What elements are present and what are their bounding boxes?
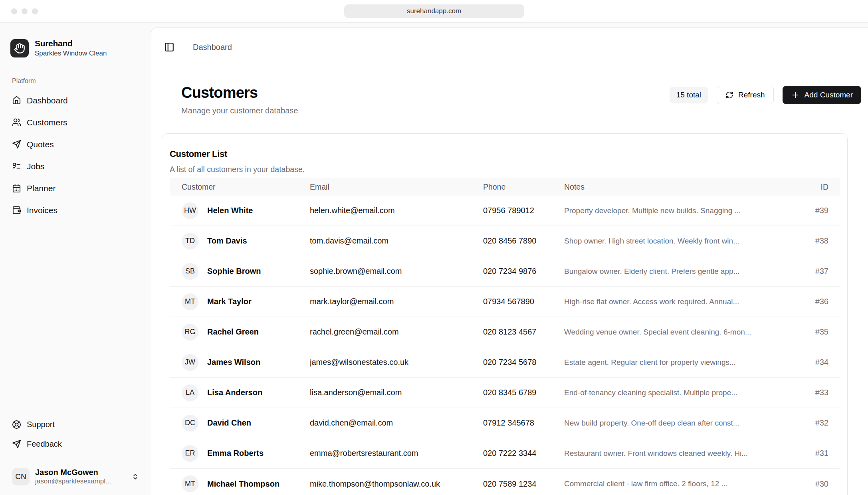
browser-chrome: surehandapp.com [0,0,868,23]
avatar-initials: TD [185,237,195,245]
customer-phone: 020 7589 1234 [483,479,564,489]
avatar-initials: MT [185,480,195,488]
table-row[interactable]: SB Sophie Brown sophie.brown@email.com 0… [170,256,840,287]
column-header-customer: Customer [170,182,310,192]
refresh-icon [725,91,733,99]
customer-notes: Shop owner. High street location. Weekly… [564,237,804,246]
surehand-logo [10,39,29,57]
avatar-initials: ER [185,449,195,457]
customer-cell: DC David Chen [170,415,310,432]
card-title: Customer List [170,149,840,159]
customer-email: sophie.brown@email.com [310,267,483,276]
column-header-phone: Phone [483,182,564,192]
customer-name: Tom Davis [207,236,247,246]
sidebar-item-customers[interactable]: Customers [9,111,142,133]
brand-tagline: Sparkles Window Clean [35,50,107,57]
plus-icon [791,91,800,99]
customer-phone: 020 8123 4567 [483,327,564,337]
sidebar-item-dashboard[interactable]: Dashboard [9,89,142,111]
customer-name: Rachel Green [207,327,259,337]
customer-notes: Commercial client - law firm office. 2 f… [564,479,804,488]
breadcrumb: Dashboard [193,43,232,52]
hand-icon [14,43,25,54]
window-control-dot[interactable] [22,8,28,14]
users-icon [12,118,21,127]
table-row[interactable]: JW James Wilson james@wilsonestates.co.u… [170,347,840,378]
customer-phone: 07956 789012 [483,206,564,215]
customer-email: lisa.anderson@email.com [310,388,483,397]
main-area: Dashboard Customers Manage your customer… [151,23,868,495]
table-row[interactable]: RG Rachel Green rachel.green@email.com 0… [170,317,840,347]
sidebar-section-label: Platform [12,77,142,85]
table-row[interactable]: MT Mark Taylor mark.taylor@email.com 079… [170,287,840,317]
table-row[interactable]: MT Michael Thompson mike.thompson@thomps… [170,469,840,495]
customer-cell: TD Tom Davis [170,233,310,249]
table-row[interactable]: LA Lisa Anderson lisa.anderson@email.com… [170,378,840,408]
customer-id: #34 [804,358,840,367]
sidebar-item-support[interactable]: Support [9,415,142,434]
table-row[interactable]: TD Tom Davis tom.davis@email.com 020 845… [170,226,840,256]
customer-notes: Restaurant owner. Front windows cleaned … [564,449,804,458]
customer-email: helen.white@email.com [310,206,483,215]
url-text: surehandapp.com [407,7,461,15]
table-row[interactable]: DC David Chen david.chen@email.com 07912… [170,408,840,438]
avatar: ER [182,445,198,462]
brand-block[interactable]: Surehand Sparkles Window Clean [9,39,142,57]
table-row[interactable]: ER Emma Roberts emma@robertsrestaurant.c… [170,438,840,469]
sidebar: Surehand Sparkles Window Clean Platform … [0,23,151,495]
sidebar-item-invoices[interactable]: Invoices [9,199,142,221]
customer-phone: 020 8345 6789 [483,388,564,397]
url-bar[interactable]: surehandapp.com [344,4,524,18]
customer-phone: 020 7222 3344 [483,449,564,458]
customer-email: tom.davis@email.com [310,236,483,246]
customer-table: Customer Email Phone Notes ID HW Helen W… [170,178,840,495]
avatar-initials: MT [185,297,195,306]
calendar-icon [12,184,21,193]
customer-name: Sophie Brown [207,267,261,276]
window-control-dot[interactable] [11,8,17,14]
customer-id: #32 [804,418,840,428]
customer-name: Michael Thompson [207,479,279,489]
sidebar-footer: Support Feedback CN Jason McGowen jason@… [9,415,142,488]
avatar-initials: SB [185,267,195,275]
customer-cell: RG Rachel Green [170,324,310,341]
user-email: jason@sparklesexampl... [35,477,111,485]
user-menu[interactable]: CN Jason McGowen jason@sparklesexampl... [9,465,142,488]
customer-id: #30 [804,479,840,489]
window-control-dot[interactable] [32,8,38,14]
refresh-button[interactable]: Refresh [717,86,774,104]
sidebar-item-feedback[interactable]: Feedback [9,434,142,454]
sidebar-item-quotes[interactable]: Quotes [9,133,142,155]
customer-email: mark.taylor@email.com [310,297,483,306]
customer-notes: Property developer. Multiple new builds.… [564,206,804,215]
sidebar-item-jobs[interactable]: Jobs [9,155,142,177]
customer-notes: New build property. One-off deep clean a… [564,419,804,428]
sidebar-nav: Dashboard Customers Quotes [9,89,142,221]
customer-id: #36 [804,297,840,306]
window-controls [11,0,38,22]
customer-cell: ER Emma Roberts [170,445,310,462]
add-customer-button[interactable]: Add Customer [783,86,861,104]
customer-notes: Wedding venue owner. Special event clean… [564,328,804,337]
refresh-label: Refresh [738,91,765,99]
customer-phone: 07912 345678 [483,418,564,428]
avatar: LA [182,384,198,401]
sidebar-item-planner[interactable]: Planner [9,177,142,199]
avatar: HW [182,202,198,219]
send-icon [12,440,21,449]
page-subtitle: Manage your customer database [181,106,298,115]
chevrons-up-down-icon [132,473,139,480]
customer-cell: JW James Wilson [170,354,310,371]
customer-list-card: Customer List A list of all customers in… [162,133,848,495]
send-icon [12,140,21,149]
brand-text: Surehand Sparkles Window Clean [35,39,107,57]
wallet-icon [12,206,21,215]
avatar: CN [12,468,30,485]
customer-notes: Estate agent. Regular client for propert… [564,358,804,367]
page-header: Customers Manage your customer database … [181,84,861,115]
sidebar-item-label: Dashboard [27,96,68,105]
customer-notes: Bungalow owner. Elderly client. Prefers … [564,267,804,276]
sidebar-toggle-button[interactable] [164,42,174,52]
page-header-text: Customers Manage your customer database [181,84,298,115]
table-row[interactable]: HW Helen White helen.white@email.com 079… [170,196,840,226]
